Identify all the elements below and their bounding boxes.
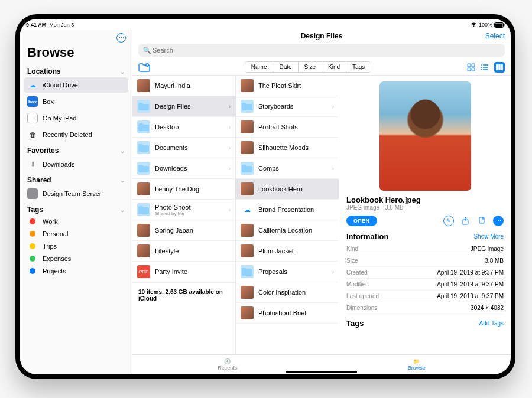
sort-tags[interactable]: Tags xyxy=(346,62,371,72)
tab-browse[interactable]: 📁 Browse xyxy=(408,358,426,371)
search-icon: 🔍 xyxy=(143,47,151,54)
section-tags[interactable]: Tags⌄ xyxy=(24,202,128,215)
pdf-icon: PDF xyxy=(137,265,150,278)
chevron-right-icon: › xyxy=(229,165,231,172)
file-row[interactable]: California Location xyxy=(236,220,339,241)
sidebar-tag-trips[interactable]: Trips xyxy=(24,240,128,252)
share-icon[interactable] xyxy=(460,216,471,226)
file-row[interactable]: Desktop› xyxy=(132,117,235,138)
chevron-right-icon: › xyxy=(332,165,334,172)
file-name-label: California Location xyxy=(258,227,334,234)
search-input[interactable] xyxy=(138,44,505,57)
tag-color-icon xyxy=(30,218,35,224)
open-button[interactable]: OPEN xyxy=(346,216,377,226)
sidebar-item-on-my-ipad[interactable]: On My iPad xyxy=(24,110,128,126)
sort-kind[interactable]: Kind xyxy=(322,62,346,72)
server-icon xyxy=(27,188,38,199)
file-row[interactable]: Proposals› xyxy=(236,262,339,282)
tag-color-icon xyxy=(30,243,35,249)
file-preview[interactable] xyxy=(379,81,471,191)
file-row[interactable]: Downloads› xyxy=(132,158,235,179)
file-row[interactable]: The Pleat Skirt xyxy=(236,76,339,96)
new-folder-button[interactable] xyxy=(138,63,150,72)
file-row[interactable]: Portrait Shots xyxy=(236,117,339,138)
sidebar-tag-work[interactable]: Work xyxy=(24,216,128,227)
browse-title: Browse xyxy=(24,44,128,64)
duplicate-icon[interactable] xyxy=(476,216,487,226)
chevron-right-icon: › xyxy=(229,124,231,131)
info-key: Size xyxy=(346,257,358,264)
tab-recents[interactable]: 🕘 Recents xyxy=(218,358,237,371)
file-row[interactable]: Lookbook Hero xyxy=(236,179,339,200)
info-value: JPEG image xyxy=(471,246,504,252)
sidebar-item-design-team-server[interactable]: Design Team Server xyxy=(24,186,128,201)
file-row[interactable]: Photoshoot Brief xyxy=(236,303,339,324)
select-button[interactable]: Select xyxy=(485,32,505,40)
status-date: Mon Jun 3 xyxy=(49,22,74,28)
add-tags-link[interactable]: Add Tags xyxy=(479,320,504,327)
svg-rect-7 xyxy=(472,68,475,71)
file-name-label: Photo ShootShared by Me xyxy=(155,204,224,216)
file-name-label: The Pleat Skirt xyxy=(258,82,334,89)
file-name-label: Spring Japan xyxy=(155,227,231,234)
file-name-label: Lookbook Hero xyxy=(258,185,334,193)
sidebar-item-label: Trips xyxy=(43,243,57,250)
sidebar-tag-projects[interactable]: Projects xyxy=(24,265,128,277)
chevron-right-icon: › xyxy=(332,103,334,110)
image-thumbnail xyxy=(137,224,150,237)
info-row-created: CreatedApril 19, 2019 at 9:37 PM xyxy=(346,267,504,279)
sidebar-item-label: Downloads xyxy=(43,161,74,168)
more-actions-icon[interactable]: ⋯ xyxy=(493,216,504,226)
show-more-link[interactable]: Show More xyxy=(473,233,504,240)
markup-icon[interactable]: ✎ xyxy=(443,216,454,226)
folder-icon xyxy=(241,265,254,278)
section-locations[interactable]: Locations⌄ xyxy=(24,64,128,77)
info-key: Last opened xyxy=(346,293,379,299)
sort-name[interactable]: Name xyxy=(245,62,274,72)
section-shared[interactable]: Shared⌄ xyxy=(24,172,128,185)
file-row[interactable]: Color Inspiration xyxy=(236,282,339,303)
folder-icon xyxy=(137,120,150,133)
file-row[interactable]: PDFParty Invite xyxy=(132,262,235,282)
view-list-button[interactable] xyxy=(480,62,491,73)
sort-date[interactable]: Date xyxy=(273,62,298,72)
section-favorites[interactable]: Favorites⌄ xyxy=(24,143,128,156)
cloud-file-icon: ☁︎ xyxy=(241,203,254,216)
battery-icon xyxy=(494,22,505,28)
battery-pct: 100% xyxy=(479,22,492,28)
file-row[interactable]: Plum Jacket xyxy=(236,241,339,262)
view-grid-button[interactable] xyxy=(466,62,476,73)
sidebar-item-recently-deleted[interactable]: 🗑 Recently Deleted xyxy=(24,127,128,142)
image-thumbnail xyxy=(241,244,254,257)
view-column-button[interactable] xyxy=(494,62,505,73)
chevron-down-icon: ⌄ xyxy=(120,207,125,213)
sidebar-item-label: Expenses xyxy=(43,255,71,262)
info-value: April 19, 2019 at 9:37 PM xyxy=(437,293,504,299)
file-row[interactable]: Design Files› xyxy=(132,96,235,117)
file-row[interactable]: Spring Japan xyxy=(132,220,235,241)
file-row[interactable]: Comps› xyxy=(236,158,339,179)
file-row[interactable]: Photo ShootShared by Me› xyxy=(132,200,235,220)
file-row[interactable]: ☁︎Brand Presentation xyxy=(236,200,339,220)
file-row[interactable]: Documents› xyxy=(132,138,235,158)
folder-icon: 📁 xyxy=(413,358,420,364)
file-name-label: Desktop xyxy=(155,123,224,131)
sidebar-item-icloud-drive[interactable]: ☁︎ iCloud Drive xyxy=(24,77,128,93)
more-options-button[interactable]: ⋯ xyxy=(116,33,126,43)
file-row[interactable]: Mayuri India xyxy=(132,76,235,96)
info-value: April 19, 2019 at 9:37 PM xyxy=(437,269,504,276)
home-indicator[interactable] xyxy=(286,371,357,373)
sidebar-tag-expenses[interactable]: Expenses xyxy=(24,253,128,265)
sidebar-item-label: On My iPad xyxy=(43,115,76,122)
file-row[interactable]: Lenny The Dog xyxy=(132,179,235,200)
image-thumbnail xyxy=(241,120,254,133)
sidebar-item-box[interactable]: box Box xyxy=(24,94,128,109)
sidebar-item-downloads[interactable]: ⬇︎ Downloads xyxy=(24,156,128,172)
file-row[interactable]: Silhouette Moods xyxy=(236,138,339,158)
file-row[interactable]: Lifestyle xyxy=(132,241,235,262)
file-row[interactable]: Storyboards› xyxy=(236,96,339,117)
folder-icon xyxy=(241,100,254,113)
sort-size[interactable]: Size xyxy=(299,62,322,72)
sidebar-tag-personal[interactable]: Personal xyxy=(24,228,128,240)
column-footer: 10 items, 2.63 GB available on iCloud xyxy=(132,282,235,308)
